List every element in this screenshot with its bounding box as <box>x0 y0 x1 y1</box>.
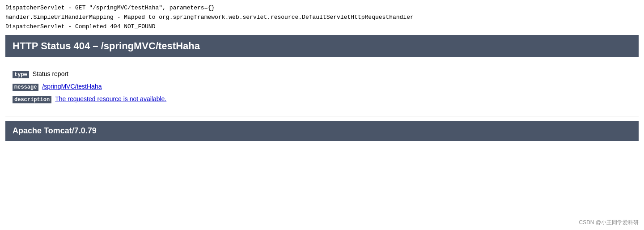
type-value: Status report <box>33 70 68 77</box>
error-header: HTTP Status 404 – /springMVC/testHaha <box>5 35 639 57</box>
divider-top <box>5 62 639 62</box>
description-value[interactable]: The requested resource is not available. <box>55 95 166 102</box>
log-line-2: handler.SimpleUrlHandlerMapping - Mapped… <box>5 13 639 22</box>
log-line-1: DispatcherServlet - GET "/springMVC/test… <box>5 4 639 13</box>
message-field: message /springMVC/testHaha <box>13 83 631 91</box>
console-log-area: DispatcherServlet - GET "/springMVC/test… <box>0 0 644 35</box>
http-error-page: HTTP Status 404 – /springMVC/testHaha ty… <box>0 35 644 141</box>
csdn-watermark: CSDN @小王同学爱科研 <box>579 219 639 226</box>
message-label: message <box>13 84 38 91</box>
description-field: description The requested resource is no… <box>13 95 631 103</box>
error-footer: Apache Tomcat/7.0.79 <box>5 121 639 141</box>
divider-bottom <box>5 116 639 116</box>
message-value[interactable]: /springMVC/testHaha <box>42 83 102 90</box>
error-body: type Status report message /springMVC/te… <box>5 67 639 111</box>
footer-title: Apache Tomcat/7.0.79 <box>13 126 631 136</box>
description-label: description <box>13 96 51 103</box>
type-field: type Status report <box>13 70 631 78</box>
log-line-3: DispatcherServlet - Completed 404 NOT_FO… <box>5 22 639 32</box>
type-label: type <box>13 71 29 78</box>
error-title: HTTP Status 404 – /springMVC/testHaha <box>13 40 631 52</box>
